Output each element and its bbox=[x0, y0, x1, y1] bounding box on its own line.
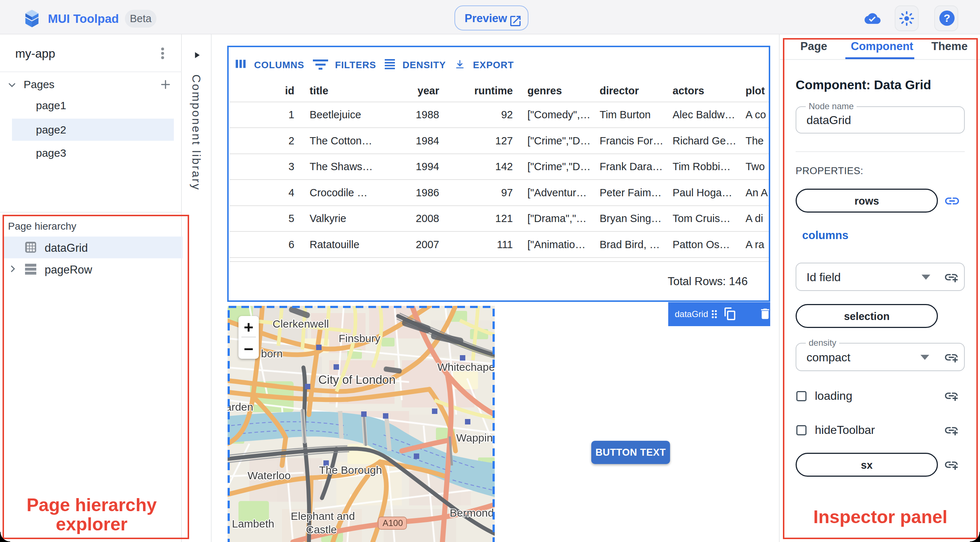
svg-text:Waterloo: Waterloo bbox=[248, 469, 291, 482]
svg-text:Whitechapel: Whitechapel bbox=[438, 361, 495, 373]
svg-text:Finsbury: Finsbury bbox=[339, 332, 380, 344]
svg-text:Lambeth: Lambeth bbox=[232, 518, 274, 530]
svg-text:A100: A100 bbox=[383, 518, 403, 528]
svg-text:born: born bbox=[261, 348, 283, 359]
svg-text:The Borough: The Borough bbox=[319, 464, 382, 476]
svg-text:Castle: Castle bbox=[306, 523, 337, 536]
svg-text:Wapping: Wapping bbox=[456, 432, 495, 444]
svg-text:Clerkenwell: Clerkenwell bbox=[273, 318, 329, 330]
svg-text:Bermondse: Bermondse bbox=[450, 507, 495, 519]
svg-text:Elephant and: Elephant and bbox=[291, 510, 355, 522]
svg-text:arden: arden bbox=[228, 401, 253, 413]
svg-text:City of London: City of London bbox=[318, 373, 396, 386]
